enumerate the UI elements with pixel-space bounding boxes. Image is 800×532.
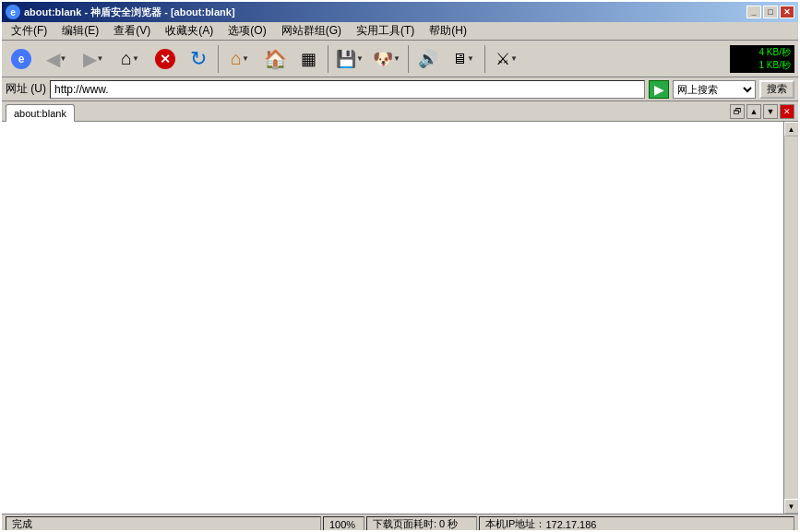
title-bar: e about:blank - 神盾安全浏览器 - [about:blank] … [2, 2, 798, 22]
toolbar-sep-2 [328, 45, 328, 73]
menu-favorites[interactable]: 收藏夹(A) [158, 22, 221, 40]
monitor-button[interactable]: 🖥 ▼ [446, 43, 481, 75]
apps-icon: ▦ [301, 49, 316, 69]
tab-bar: about:blank 🗗 ▲ ▼ ✕ [2, 101, 798, 122]
tab-restore-button[interactable]: 🗗 [730, 104, 745, 119]
net-speed-display: 4 KB/秒 1 KB/秒 [730, 45, 794, 73]
browser-icon-btn[interactable]: e [6, 43, 37, 75]
swords-button[interactable]: ⚔ ▼ [489, 43, 524, 75]
title-bar-left: e about:blank - 神盾安全浏览器 - [about:blank] [6, 5, 235, 19]
forward-button[interactable]: ▶ ▼ [76, 43, 111, 75]
home-button[interactable]: ⌂ ▼ [113, 43, 148, 75]
save-icon: 💾 [336, 49, 356, 69]
address-input[interactable] [50, 80, 645, 99]
volume-button[interactable]: 🔊 [412, 43, 444, 75]
window-title: about:blank - 神盾安全浏览器 - [about:blank] [24, 6, 235, 19]
tab-down-button[interactable]: ▼ [763, 104, 778, 119]
favorites-button[interactable]: ⌂ ▼ [222, 43, 257, 75]
scroll-track[interactable] [784, 136, 798, 499]
menu-options[interactable]: 选项(O) [221, 22, 273, 40]
tab-label-about-blank: about:blank [14, 108, 66, 119]
menu-view[interactable]: 查看(V) [106, 22, 158, 40]
toolbar-sep-4 [484, 45, 485, 73]
content-wrapper: ▲ ▼ [2, 122, 798, 514]
toolbar-sep-1 [218, 45, 219, 73]
tab-controls: 🗗 ▲ ▼ ✕ [730, 104, 794, 121]
monitor-dropdown-arrow: ▼ [467, 54, 474, 63]
minimize-button[interactable]: _ [746, 6, 761, 18]
close-button[interactable]: ✕ [780, 6, 794, 18]
house-button[interactable]: 🏠 [259, 43, 291, 75]
status-text: 完成 [12, 517, 32, 531]
toolbar: e ◀ ▼ ▶ ▼ ⌂ ▼ ✕ ↻ ⌂ ▼ 🏠 [2, 41, 798, 77]
forward-dropdown-arrow: ▼ [97, 54, 104, 63]
home-dropdown-arrow: ▼ [132, 54, 139, 63]
status-bar: 完成 100% 下载页面耗时: 0 秒 本机IP地址： 172.17.186 [2, 514, 798, 532]
mascot-dropdown-arrow: ▼ [393, 54, 400, 63]
back-button[interactable]: ◀ ▼ [39, 43, 74, 75]
home-icon: ⌂ [121, 48, 132, 69]
app-icon: e [6, 5, 20, 19]
swords-dropdown-arrow: ▼ [510, 54, 518, 63]
status-main: 完成 [6, 516, 321, 533]
load-time-text: 下载页面耗时: 0 秒 [373, 517, 458, 531]
menu-bar: 文件(F) 编辑(E) 查看(V) 收藏夹(A) 选项(O) 网站群组(G) 实… [2, 22, 798, 41]
net-speed-line1: 4 KB/秒 [734, 46, 791, 59]
monitor-icon: 🖥 [452, 51, 467, 67]
refresh-button[interactable]: ↻ [183, 43, 214, 75]
mascot-button[interactable]: 🐶 ▼ [369, 43, 404, 75]
ie-icon: e [11, 49, 31, 69]
menu-edit[interactable]: 编辑(E) [54, 22, 106, 40]
status-load-time: 下载页面耗时: 0 秒 [366, 516, 477, 533]
menu-file[interactable]: 文件(F) [4, 22, 54, 40]
menu-tools[interactable]: 实用工具(T) [349, 22, 422, 40]
address-go-button[interactable]: ▶ [649, 80, 669, 99]
menu-sites[interactable]: 网站群组(G) [274, 22, 349, 40]
swords-icon: ⚔ [496, 49, 510, 69]
window-controls: _ □ ✕ [746, 6, 794, 18]
tab-close-button[interactable]: ✕ [780, 104, 794, 119]
back-dropdown-arrow: ▼ [60, 54, 67, 63]
address-label: 网址 (U) [6, 81, 46, 97]
maximize-button[interactable]: □ [763, 6, 778, 18]
tab-about-blank[interactable]: about:blank [6, 104, 75, 122]
apps-button[interactable]: ▦ [293, 43, 324, 75]
scroll-down-button[interactable]: ▼ [784, 499, 799, 514]
save-dropdown-arrow: ▼ [356, 54, 364, 63]
status-ip: 本机IP地址： 172.17.186 [479, 516, 794, 533]
menu-help[interactable]: 帮助(H) [422, 22, 474, 40]
scroll-up-button[interactable]: ▲ [784, 122, 799, 136]
ip-value: 172.17.186 [545, 519, 596, 530]
stop-icon: ✕ [155, 49, 175, 69]
scrollbar-right: ▲ ▼ [783, 122, 798, 514]
toolbar-sep-3 [408, 45, 409, 73]
tab-up-button[interactable]: ▲ [746, 104, 761, 119]
net-speed-line2: 1 KB/秒 [734, 59, 791, 72]
fav-dropdown-arrow: ▼ [242, 54, 249, 63]
favorites-icon: ⌂ [231, 48, 242, 69]
house-icon: 🏠 [264, 48, 287, 70]
browser-content [2, 122, 783, 514]
volume-icon: 🔊 [418, 49, 438, 69]
search-engine-select[interactable]: 网上搜索 [673, 80, 756, 99]
save-button[interactable]: 💾 ▼ [332, 43, 367, 75]
ip-label: 本机IP地址： [485, 517, 545, 531]
stop-button[interactable]: ✕ [149, 43, 181, 75]
zoom-level: 100% [329, 519, 355, 530]
mascot-icon: 🐶 [373, 49, 393, 69]
search-button[interactable]: 搜索 [759, 80, 794, 99]
address-bar: 网址 (U) ▶ 网上搜索 搜索 [2, 77, 798, 101]
refresh-icon: ↻ [190, 47, 207, 71]
status-zoom: 100% [323, 516, 364, 533]
back-icon: ◀ [46, 48, 60, 70]
forward-icon: ▶ [83, 48, 97, 70]
